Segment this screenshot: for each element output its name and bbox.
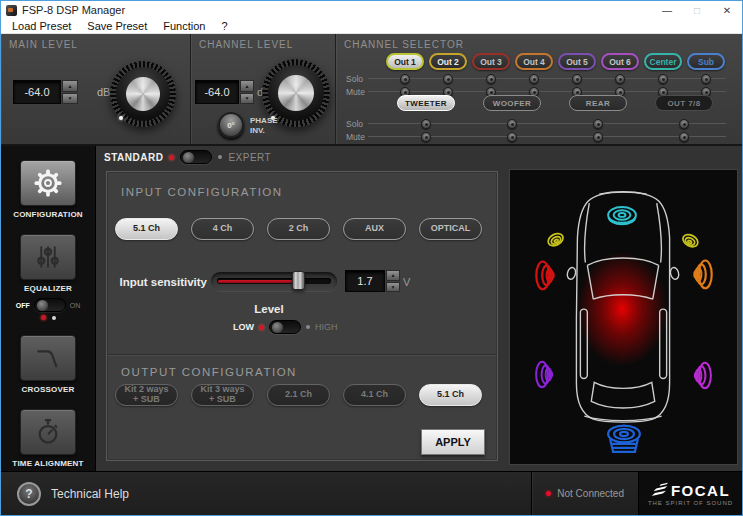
brand-tagline: THE SPIRIT OF SOUND [648,500,733,506]
channel-center-button[interactable]: Center [644,53,682,70]
channel-out-1-button[interactable]: Out 1 [386,53,424,70]
input-4ch-button[interactable]: 4 Ch [191,218,254,240]
spin-up-icon[interactable]: ▲ [62,80,78,92]
group-woofer-button[interactable]: WOOFER [483,95,541,111]
input-2ch-button[interactable]: 2 Ch [267,218,330,240]
configuration-button[interactable] [20,160,76,206]
channel-sub-button[interactable]: Sub [687,53,725,70]
solo-out-5-button[interactable] [572,74,582,84]
output-configuration-title: OUTPUT CONFIGURATION [121,366,297,378]
sidebar-item-equalizer: EQUALIZER OFF ON [16,234,81,320]
low-active-dot [259,325,264,330]
crossover-label: CROSSOVER [22,385,75,394]
channel-out-2-button[interactable]: Out 2 [429,53,467,70]
channel-level-value[interactable]: -64.0 [195,80,239,104]
slider-handle[interactable] [292,271,305,290]
standard-label: STANDARD [104,152,163,163]
input-optical-button[interactable]: OPTICAL [419,218,482,240]
output-4-1ch-button[interactable]: 4.1 Ch [343,384,406,406]
channel-selector-section: CHANNEL SELECTOR Out 1 Out 2 Out 3 Out 4… [336,34,742,144]
solo-rear-button[interactable] [593,119,603,129]
input-5-1ch-button[interactable]: 5.1 Ch [115,218,178,240]
configuration-label: CONFIGURATION [13,210,83,219]
spin-down-icon[interactable]: ▼ [386,282,400,293]
crossover-icon [33,343,63,373]
sensitivity-spin-buttons: ▲ ▼ [386,270,400,292]
level-toggle-row: LOW HIGH [233,320,338,334]
channel-selector-title: CHANNEL SELECTOR [344,39,464,50]
output-kit-3-ways-button[interactable]: Kit 3 ways+ SUB [191,384,254,406]
group-tweeter-button[interactable]: TWEETER [397,95,455,111]
solo-label: Solo [346,74,363,84]
solo-out-7-8-button[interactable] [679,119,689,129]
group-rear-button[interactable]: REAR [569,95,627,111]
spin-up-icon[interactable]: ▲ [386,270,400,281]
spin-down-icon[interactable]: ▼ [240,93,254,105]
main-level-title: MAIN LEVEL [9,39,78,50]
channel-out-5-button[interactable]: Out 5 [558,53,596,70]
menu-function[interactable]: Function [155,20,213,32]
solo-tweeter-button[interactable] [421,119,431,129]
output-5-1ch-button[interactable]: 5.1 Ch [419,384,482,406]
phase-inv-knob[interactable]: 0° [218,112,244,138]
channel-out-4-button[interactable]: Out 4 [515,53,553,70]
apply-button[interactable]: APPLY [421,429,485,455]
time-alignment-button[interactable] [20,409,76,455]
menu-save-preset[interactable]: Save Preset [79,20,155,32]
knob-cap [126,77,160,111]
speaker-front-right [694,260,711,288]
menu-help[interactable]: ? [213,20,235,32]
main-level-knob[interactable] [110,61,176,127]
output-kit-2-ways-button[interactable]: Kit 2 ways+ SUB [115,384,178,406]
level-high-label: HIGH [315,322,338,332]
title-bar: FSP-8 DSP Manager — □ ✕ [1,1,742,19]
group-out-7-8-button[interactable]: OUT 7/8 [655,95,713,111]
equalizer-toggle-row: OFF ON [16,298,81,312]
white-led [52,316,56,320]
main-area: STANDARD EXPERT INPUT CONFIGURATION 5.1 … [96,146,742,471]
equalizer-button[interactable] [20,234,76,280]
spin-up-icon[interactable]: ▲ [240,80,254,92]
equalizer-toggle[interactable] [34,298,66,312]
main-level-value[interactable]: -64.0 [13,80,61,104]
channel-out-6-button[interactable]: Out 6 [601,53,639,70]
solo-center-button[interactable] [658,74,668,84]
menu-load-preset[interactable]: Load Preset [4,20,79,32]
crossover-button[interactable] [20,335,76,381]
input-aux-button[interactable]: AUX [343,218,406,240]
solo-out-4-button[interactable] [529,74,539,84]
solo-out-3-button[interactable] [486,74,496,84]
solo-woofer-button[interactable] [507,119,517,129]
mute-out-7-8-button[interactable] [679,132,689,142]
speaker-center [608,207,636,224]
mute-tweeter-button[interactable] [421,132,431,142]
technical-help[interactable]: ? Technical Help [1,482,129,506]
slider-track[interactable] [217,278,331,284]
input-sensitivity-slider[interactable] [211,272,337,291]
body-row: CONFIGURATION EQUALIZER OFF ON [1,146,742,471]
solo-row-line [368,78,726,79]
channel-out-3-button[interactable]: Out 3 [472,53,510,70]
level-toggle[interactable] [269,320,301,334]
channel-level-spinner: -64.0 ▲ ▼ [195,80,254,104]
window-controls: — □ ✕ [652,1,742,19]
standard-expert-toggle[interactable] [180,150,212,164]
gear-icon [33,168,63,198]
solo-sub-button[interactable] [701,74,711,84]
channel-level-spin-buttons: ▲ ▼ [240,80,254,104]
spin-down-icon[interactable]: ▼ [62,93,78,105]
solo-out-1-button[interactable] [400,74,410,84]
output-2-1ch-button[interactable]: 2.1 Ch [267,384,330,406]
sidebar-item-crossover: CROSSOVER [20,335,76,394]
app-icon [6,5,17,16]
close-button[interactable]: ✕ [712,1,742,19]
sensitivity-value[interactable]: 1.7 [345,270,385,292]
solo-out-2-button[interactable] [443,74,453,84]
input-config-buttons: 5.1 Ch 4 Ch 2 Ch AUX OPTICAL [115,218,482,240]
mute-woofer-button[interactable] [507,132,517,142]
sidebar-item-configuration: CONFIGURATION [13,160,83,219]
minimize-button[interactable]: — [652,1,682,19]
solo-out-6-button[interactable] [615,74,625,84]
main-level-spinner: -64.0 ▲ ▼ [13,80,78,104]
mute-rear-button[interactable] [593,132,603,142]
